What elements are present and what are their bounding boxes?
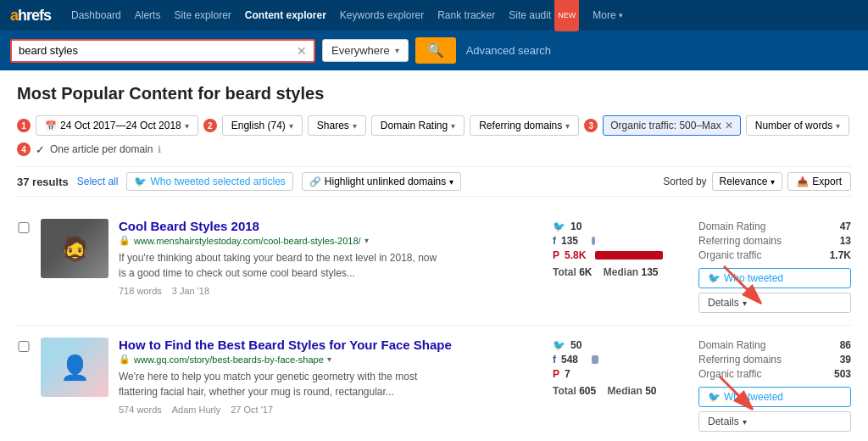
twitter-icon-bar: 🐦 (134, 176, 147, 187)
ot-row-1: Organic traffic 1.7K (698, 249, 851, 261)
dropdown-arrow-icon: ▾ (395, 46, 399, 55)
logo: ahrefs (10, 7, 51, 25)
location-label: Everywhere (331, 44, 390, 57)
article-main-2: How to Find the Best Beard Styles for Yo… (119, 338, 542, 415)
lock-icon-1: 🔒 (119, 235, 131, 246)
referring-domains-filter[interactable]: Referring domains ▾ (470, 115, 579, 136)
ot-value-1: 1.7K (830, 249, 851, 261)
facebook-count-1: 135 (561, 235, 587, 247)
referring-domains-arrow-icon: ▾ (565, 121, 570, 131)
lock-icon-2: 🔒 (119, 354, 131, 365)
article-date-1: 3 Jan '18 (172, 286, 209, 296)
main-nav: ahrefs Dashboard Alerts Site explorer Co… (0, 0, 868, 31)
highlight-unlinked-button[interactable]: 🔗 Highlight unlinked domains ▾ (302, 172, 461, 191)
article-meta-1: 718 words 3 Jan '18 (119, 286, 542, 296)
one-article-label: One article per domain (50, 143, 153, 155)
pinterest-row-2: P 7 (553, 368, 688, 380)
twitter-count-2: 50 (570, 339, 596, 351)
details-arrow-icon-2: ▾ (743, 417, 747, 427)
relevance-dropdown[interactable]: Relevance ▾ (712, 172, 783, 191)
domain-rating-arrow-icon: ▾ (451, 121, 455, 131)
social-totals-2: Total 605 Median 50 (553, 385, 688, 397)
social-stats-1: 🐦 10 f 135 P 5.8K Total 6K Median 135 (553, 219, 688, 278)
select-all-link[interactable]: Select all (77, 176, 119, 187)
search-input-wrapper: ✕ (10, 39, 315, 63)
who-tweeted-button-1[interactable]: 🐦 Who tweeted (698, 268, 851, 288)
advanced-search-link[interactable]: Advanced search (466, 44, 551, 57)
ref-value-1: 13 (840, 235, 851, 247)
nav-link-site-explorer[interactable]: Site explorer (167, 0, 237, 31)
check-icon: ✓ (36, 143, 45, 156)
referring-domains-label: Referring domains (479, 120, 562, 131)
details-button-2[interactable]: Details ▾ (698, 411, 851, 432)
remove-organic-icon[interactable]: ✕ (725, 120, 733, 131)
nav-link-alerts[interactable]: Alerts (128, 0, 168, 31)
location-dropdown[interactable]: Everywhere ▾ (322, 39, 409, 62)
nav-link-rank-tracker[interactable]: Rank tracker (431, 0, 502, 31)
article-title-2[interactable]: How to Find the Best Beard Styles for Yo… (119, 338, 542, 352)
shares-filter[interactable]: Shares ▾ (308, 115, 366, 136)
who-tweeted-button-2[interactable]: 🐦 Who tweeted (698, 387, 851, 407)
nav-link-more[interactable]: More ▾ (586, 0, 629, 31)
calendar-icon: 📅 (45, 120, 57, 131)
who-tweeted-label-2: Who tweeted (724, 391, 783, 403)
ref-label-2: Referring domains (698, 354, 782, 366)
article-url-1: 🔒 www.menshairstylestoday.com/cool-beard… (119, 235, 542, 246)
social-totals-1: Total 6K Median 135 (553, 266, 688, 278)
date-range-label: 24 Oct 2017—24 Oct 2018 (60, 120, 181, 131)
nav-link-dashboard[interactable]: Dashboard (64, 0, 128, 31)
nav-link-site-audit[interactable]: Site audit NEW (502, 0, 586, 31)
pinterest-count-1: 5.8K (565, 249, 590, 261)
nav-links: Dashboard Alerts Site explorer Content e… (64, 0, 630, 31)
article-checkbox-2[interactable] (17, 341, 31, 352)
highlight-unlinked-label: Highlight unlinked domains (325, 176, 446, 187)
facebook-bar-2 (592, 355, 598, 364)
article-thumbnail-2: 👤 (41, 338, 108, 397)
shares-label: Shares (317, 120, 349, 131)
number-of-words-filter[interactable]: Number of words ▾ (746, 115, 849, 136)
search-input[interactable] (19, 44, 297, 57)
article-url-2: 🔒 www.gq.com/story/best-beards-by-face-s… (119, 354, 542, 365)
sorted-by-label: Sorted by (663, 176, 706, 187)
dropdown-url-icon-1[interactable]: ▾ (364, 236, 369, 245)
who-tweeted-selected-button[interactable]: 🐦 Who tweeted selected articles (126, 172, 292, 191)
nav-link-keywords-explorer[interactable]: Keywords explorer (333, 0, 431, 31)
domain-rating-filter[interactable]: Domain Rating ▾ (371, 115, 465, 136)
ref-row-2: Referring domains 39 (698, 354, 851, 366)
details-arrow-icon-1: ▾ (743, 299, 747, 308)
social-stats-2: 🐦 50 f 548 P 7 Total 605 Median 50 (553, 338, 688, 397)
organic-traffic-label: Organic traffic: 500–Max (610, 120, 721, 131)
twitter-row-1: 🐦 10 (553, 220, 688, 232)
search-bar: ✕ Everywhere ▾ 🔍 Advanced search (0, 31, 868, 70)
dr-value-1: 47 (840, 220, 851, 232)
date-range-filter[interactable]: 📅 24 Oct 2017—24 Oct 2018 ▾ (36, 115, 198, 136)
pinterest-icon-1: P (553, 249, 559, 261)
badge-2: 2 (203, 119, 217, 132)
article-words-2: 574 words (119, 405, 162, 415)
facebook-count-2: 548 (561, 354, 587, 366)
filter-row-1: 1 📅 24 Oct 2017—24 Oct 2018 ▾ 2 English … (17, 115, 851, 136)
ot-value-2: 503 (834, 368, 851, 380)
domain-rating-label: Domain Rating (381, 120, 448, 131)
export-button[interactable]: 📥 Export (787, 172, 851, 191)
new-badge: NEW (554, 0, 579, 31)
details-button-1[interactable]: Details ▾ (698, 293, 851, 313)
ot-label-1: Organic traffic (698, 249, 761, 261)
results-bar: 37 results Select all 🐦 Who tweeted sele… (17, 166, 851, 197)
search-button[interactable]: 🔍 (415, 37, 456, 64)
twitter-row-2: 🐦 50 (553, 339, 688, 351)
badge-3: 3 (584, 119, 598, 132)
filter-row-2: 4 ✓ One article per domain ℹ (17, 142, 851, 156)
article-title-1[interactable]: Cool Beard Styles 2018 (119, 219, 542, 233)
dropdown-url-icon-2[interactable]: ▾ (327, 354, 331, 364)
article-checkbox-1[interactable] (17, 222, 31, 233)
export-label: Export (812, 176, 842, 187)
clear-icon[interactable]: ✕ (297, 44, 307, 58)
nav-link-content-explorer[interactable]: Content explorer (238, 0, 333, 31)
highlight-arrow-icon: ▾ (449, 177, 453, 187)
language-filter[interactable]: English (74) ▾ (222, 115, 303, 136)
article-desc-2: We're here to help you match your geneti… (119, 369, 441, 399)
ref-row-1: Referring domains 13 (698, 235, 851, 247)
relevance-arrow-icon: ▾ (771, 177, 775, 187)
twitter-who-icon-2: 🐦 (708, 391, 721, 403)
